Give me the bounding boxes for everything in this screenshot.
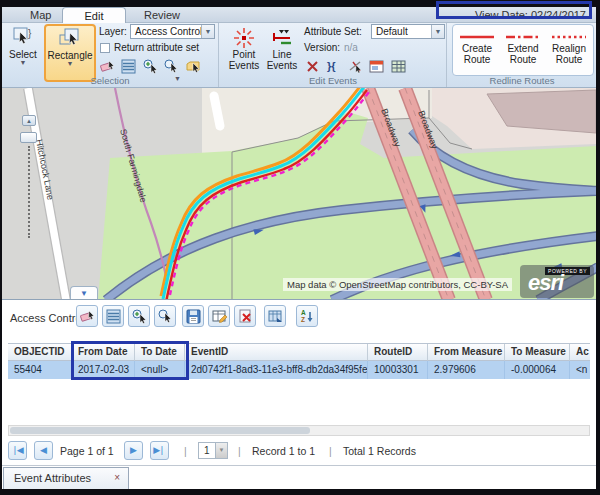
pan-to-selection-button[interactable] [154, 305, 176, 327]
view-date-label[interactable]: View Date: 02/24/2017 [475, 7, 586, 23]
app-content: Map Edit Review View Date: 02/24/2017 } … [2, 7, 596, 489]
realign-route-button[interactable]: Realign Route [548, 31, 590, 65]
edit-attributes-button[interactable] [208, 305, 230, 327]
save-button[interactable] [182, 305, 204, 327]
svg-text:}{: }{ [327, 60, 336, 72]
column-header[interactable]: EventID [185, 344, 368, 361]
bottom-tabbar: Event Attributes × [2, 465, 596, 489]
table-tools-button[interactable] [264, 305, 286, 327]
record-range-label: Record 1 to 1 [252, 445, 315, 457]
create-route-button[interactable]: Create Route [456, 31, 498, 65]
table-cell[interactable]: 2017-02-03 [72, 361, 135, 379]
redline-group-label: Redline Routes [448, 75, 596, 86]
ribbon-tabstrip: Map Edit Review View Date: 02/24/2017 [2, 7, 596, 23]
extend-route-line-icon [503, 31, 543, 43]
table-cell[interactable]: <null> [135, 361, 185, 379]
total-records-label: Total 1 Records [343, 445, 416, 457]
line-events-label: Line Events [264, 49, 300, 71]
tab-edit[interactable]: Edit [62, 7, 126, 23]
layer-combobox[interactable]: Access Control ▼ [130, 24, 215, 39]
page-combo-arrow-icon[interactable]: ▼ [215, 443, 227, 458]
merge-events-icon[interactable]: }{ [325, 58, 342, 75]
table-cell[interactable]: 55404 [8, 361, 72, 379]
table-cell[interactable]: 10003301 [368, 361, 428, 379]
column-header[interactable]: OBJECTID [8, 344, 72, 361]
selected-list-icon [105, 308, 122, 325]
event-editor-window: Map Edit Review View Date: 02/24/2017 } … [0, 0, 600, 495]
svg-text:A: A [301, 309, 306, 316]
panel-collapse-button[interactable]: ▼ [70, 286, 98, 300]
table-cell[interactable]: 2.979606 [428, 361, 505, 379]
column-header[interactable]: To Date [135, 344, 185, 361]
tab-map[interactable]: Map [16, 7, 60, 23]
attribute-set-combo-arrow-icon[interactable]: ▼ [431, 25, 444, 38]
zoom-to-selection-icon[interactable] [142, 58, 159, 75]
create-route-label: Create Route [456, 43, 498, 65]
rectangle-dropdown-arrow-icon[interactable]: ▼ [67, 61, 74, 67]
next-page-button[interactable]: ▶ [124, 441, 143, 460]
layer-combo-arrow-icon[interactable]: ▼ [201, 25, 214, 38]
attribute-set-label: Attribute Set: [304, 26, 362, 37]
table-cell[interactable]: -0.000064 [505, 361, 570, 379]
page-number-combobox[interactable]: 1 ▼ [198, 442, 228, 459]
delete-event-icon[interactable] [304, 58, 321, 75]
esri-wordmark: esri [528, 270, 563, 296]
selection-group-label: Selection [2, 75, 218, 86]
group-edit-events: Point Events Line Events Attribute Set: … [220, 23, 447, 87]
svg-text:Z: Z [301, 316, 305, 323]
zoom-slider-track[interactable] [28, 146, 30, 238]
column-header[interactable]: To Measure [505, 344, 570, 361]
grid-horizontal-scrollbar[interactable] [8, 425, 590, 436]
rectangle-tool-icon [57, 26, 83, 50]
attribute-set-combobox[interactable]: Default ▼ [371, 24, 445, 39]
realign-route-label: Realign Route [548, 43, 590, 65]
table-cell[interactable]: <n [570, 361, 590, 379]
selected-list-icon[interactable] [120, 58, 137, 75]
pager-separator: | [329, 445, 332, 457]
pan-to-selection-icon[interactable] [163, 58, 180, 75]
save-icon [185, 308, 202, 325]
map-canvas[interactable]: Hitchcock Lane South Farmingdale Broadwa… [2, 88, 596, 300]
column-header[interactable]: From Date [72, 344, 135, 361]
rectangle-button[interactable]: Rectangle ▼ [44, 24, 96, 82]
zoom-to-selection-button[interactable] [128, 305, 150, 327]
table-cell[interactable]: 2d0742f1-8ad3-11e3-bff8-db2da34f95fe [185, 361, 368, 379]
clear-selection-button[interactable] [76, 305, 98, 327]
column-header[interactable]: Ac [570, 344, 590, 361]
edit-attributes-icon [211, 308, 228, 325]
attribute-window-icon[interactable] [368, 58, 385, 75]
group-selection: } Select ▼ Rectangle ▼ Layer: [2, 23, 219, 87]
realign-route-line-icon [549, 31, 589, 43]
split-event-icon[interactable] [347, 58, 364, 75]
point-events-icon [233, 27, 255, 49]
group-redline-routes: Create Route Extend Route Realign Route … [448, 23, 596, 87]
sort-button[interactable]: AZ [296, 305, 318, 327]
return-attribute-set-checkbox[interactable] [100, 43, 110, 53]
create-route-line-icon [457, 31, 497, 43]
last-page-button[interactable]: ▶❘ [150, 441, 169, 460]
zoom-slider-handle[interactable] [20, 132, 37, 143]
selection-layers-icon[interactable] [185, 58, 202, 75]
previous-page-button[interactable]: ◀ [34, 441, 53, 460]
extend-route-button[interactable]: Extend Route [502, 31, 544, 65]
line-events-button[interactable]: Line Events [264, 27, 300, 71]
tab-review[interactable]: Review [130, 7, 190, 23]
event-table-icon[interactable] [390, 58, 407, 75]
show-selected-button[interactable] [102, 305, 124, 327]
select-button[interactable]: } Select ▼ [6, 25, 40, 66]
select-dropdown-arrow-icon[interactable]: ▼ [20, 60, 27, 66]
return-attribute-set-label: Return attribute set [114, 42, 199, 53]
page-count-label: Page 1 of 1 [60, 445, 114, 457]
delete-record-button[interactable] [234, 305, 256, 327]
eraser-clear-selection-icon[interactable] [99, 58, 116, 75]
map-graphics: Hitchcock Lane South Farmingdale Broadwa… [2, 88, 596, 300]
scrollbar-thumb[interactable] [10, 427, 310, 434]
pagination-bar: ❘◀ ◀ Page 1 of 1 ▶ ▶❘ | 1 ▼ | Record 1 t… [2, 441, 596, 463]
column-header[interactable]: RouteID [368, 344, 428, 361]
point-events-button[interactable]: Point Events [226, 27, 262, 71]
column-header[interactable]: From Measure [428, 344, 505, 361]
first-page-button[interactable]: ❘◀ [8, 441, 27, 460]
tab-event-attributes[interactable]: Event Attributes × [3, 467, 129, 489]
zoom-in-button[interactable]: ▲ [22, 115, 36, 126]
close-tab-icon[interactable]: × [114, 472, 120, 483]
